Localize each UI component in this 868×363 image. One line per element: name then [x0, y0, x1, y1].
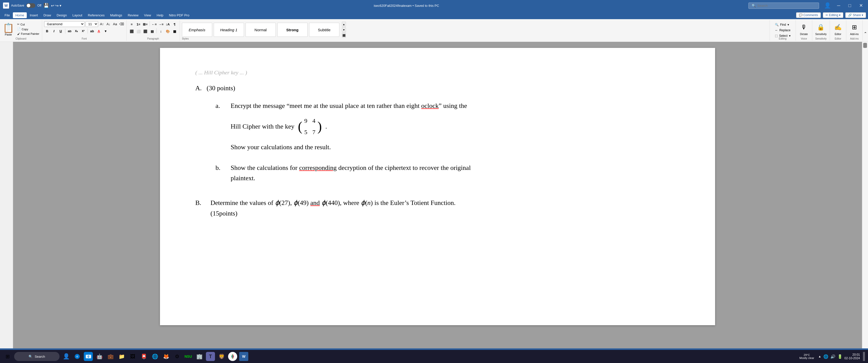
increase-indent-btn[interactable]: →≡ [158, 21, 164, 27]
italic-button[interactable]: I [51, 28, 57, 34]
sensitivity-button[interactable]: 🔒 [816, 22, 826, 32]
align-center-btn[interactable]: ⬜ [135, 28, 142, 34]
find-button[interactable]: 🔍 Find ▾ [773, 22, 793, 27]
format-painter-button[interactable]: 🖌 Format Painter [16, 32, 40, 36]
clear-format-btn[interactable]: ⌫ [119, 22, 124, 27]
comments-button[interactable]: 💬 Comments [796, 12, 821, 18]
style-subtitle[interactable]: Subtitle [309, 23, 339, 37]
start-button[interactable]: ⊞ [3, 352, 12, 361]
style-normal[interactable]: Normal [246, 23, 276, 37]
styles-scroll-down[interactable]: ▼ [342, 27, 346, 32]
styles-expand[interactable]: ⬛ [342, 33, 346, 38]
maximize-btn[interactable]: □ [846, 2, 853, 9]
align-right-btn[interactable]: ⬛ [142, 28, 148, 34]
taskbar-copilot-icon[interactable]: 🤖 [95, 352, 104, 361]
taskbar-person-icon[interactable]: 👤 [62, 352, 71, 361]
borders-btn[interactable]: ▦ [172, 28, 178, 34]
decrease-indent-btn[interactable]: ←≡ [151, 21, 157, 27]
menu-item-file[interactable]: File [2, 12, 12, 18]
menu-item-review[interactable]: Review [125, 12, 141, 18]
menu-item-view[interactable]: View [142, 12, 154, 18]
menu-item-references[interactable]: References [85, 12, 107, 18]
menu-item-insert[interactable]: Insert [27, 12, 41, 18]
show-desktop-btn[interactable] [863, 352, 865, 361]
taskbar-outlook-icon[interactable]: 📮 [139, 352, 148, 361]
user-avatar[interactable]: 👤 [824, 2, 831, 9]
taskbar-teams-icon[interactable]: 💼 [106, 352, 115, 361]
taskbar-office-icon[interactable]: 🏢 [195, 352, 204, 361]
menu-item-nitro[interactable]: Nitro PDF Pro [166, 12, 192, 18]
addins-button[interactable]: ⊞ [849, 22, 860, 32]
taskbar-photos-icon[interactable]: 🖼 [128, 352, 137, 361]
share-button[interactable]: 🔗 Share ▾ [845, 12, 866, 18]
editing-button[interactable]: ✏ Editing ▾ [823, 12, 843, 18]
increase-font-btn[interactable]: A↑ [99, 22, 105, 27]
undo-icon[interactable]: ↩ [51, 3, 54, 8]
tray-expand[interactable]: ▲ [818, 355, 821, 358]
quick-access-dropdown[interactable]: ▾ [60, 3, 61, 7]
taskbar-settings-icon[interactable]: ⚙ [173, 352, 182, 361]
taskbar-chrome-icon[interactable]: 🌐 [150, 352, 159, 361]
menu-item-layout[interactable]: Layout [70, 12, 85, 18]
style-strong[interactable]: Strong [277, 23, 308, 37]
shading-btn[interactable]: 🎨 [165, 28, 171, 34]
cut-button[interactable]: ✂ Cut [16, 22, 40, 27]
font-size-select[interactable]: 11 [86, 21, 98, 27]
line-spacing-btn[interactable]: ↕ [158, 28, 164, 34]
style-heading1[interactable]: Heading 1 [214, 23, 244, 37]
replace-button[interactable]: ↔ Replace [773, 28, 793, 33]
find-dropdown[interactable]: ▾ [787, 23, 789, 27]
menu-item-design[interactable]: Design [54, 12, 69, 18]
superscript-button[interactable]: X² [80, 28, 86, 34]
font-color-dropdown[interactable]: ▾ [103, 28, 109, 34]
taskbar-word-icon[interactable]: W [239, 352, 248, 361]
taskbar-mail-icon[interactable]: 📧 [84, 352, 93, 361]
styles-scroll-up[interactable]: ▲ [342, 22, 346, 27]
tray-network[interactable]: 🌐 [823, 354, 828, 359]
search-input[interactable] [757, 4, 813, 7]
text-highlight-btn[interactable]: ab [89, 28, 95, 34]
editor-button[interactable]: ✍ [833, 22, 843, 32]
menu-item-help[interactable]: Help [154, 12, 166, 18]
ribbon-collapse-btn[interactable]: ⌃ [863, 20, 868, 41]
dictate-button[interactable]: 🎙 [799, 22, 809, 32]
redo-icon[interactable]: ↪ [55, 3, 59, 8]
scrollbar-thumb[interactable] [863, 43, 867, 48]
select-dropdown[interactable]: ▾ [789, 34, 790, 38]
underline-button[interactable]: U [58, 28, 64, 34]
document-area[interactable]: ( ... Hill Cipher key ... ) A. (30 point… [13, 42, 862, 349]
justify-btn[interactable]: ▤ [149, 28, 155, 34]
subscript-button[interactable]: X₂ [73, 28, 80, 34]
tray-volume[interactable]: 🔊 [830, 354, 835, 359]
right-scroll-panel[interactable] [862, 42, 868, 349]
title-search-box[interactable]: 🔍 [748, 2, 819, 9]
multilevel-list-btn[interactable]: ⊞≡ [142, 21, 148, 27]
taskbar-brave-icon[interactable]: 🦁 [217, 352, 226, 361]
taskbar-teams2-icon[interactable]: T [206, 352, 215, 361]
autosave-toggle[interactable] [26, 3, 35, 8]
style-emphasis[interactable]: Emphasis [182, 23, 212, 37]
change-case-btn[interactable]: Aa [112, 22, 118, 27]
numbered-list-btn[interactable]: 1≡ [135, 21, 142, 27]
paste-button[interactable]: 📋 Paste [1, 21, 15, 38]
search-taskbar[interactable]: 🔍 Search [14, 352, 60, 361]
copy-button[interactable]: 📄 Copy [16, 27, 40, 31]
menu-item-home[interactable]: Home [13, 12, 27, 18]
taskbar-chrome2-icon[interactable] [228, 352, 237, 361]
menu-item-draw[interactable]: Draw [41, 12, 54, 18]
align-left-btn[interactable]: ⬛ [129, 28, 135, 34]
taskbar-explorer-icon[interactable]: 📁 [117, 352, 126, 361]
sort-btn[interactable]: ↕A [165, 21, 171, 27]
tray-battery[interactable]: 🔋 [837, 354, 842, 359]
close-btn[interactable]: ✕ [857, 2, 865, 9]
bold-button[interactable]: B [44, 28, 50, 34]
save-icon[interactable]: 💾 [43, 3, 49, 8]
decrease-font-btn[interactable]: A↓ [106, 22, 111, 27]
strikethrough-button[interactable]: ab [67, 28, 73, 34]
taskbar-nsu-icon[interactable]: NSU [184, 352, 193, 361]
font-name-select[interactable]: Garamond [44, 21, 85, 27]
font-color-btn[interactable]: A [96, 28, 102, 34]
taskbar-firefox-icon[interactable]: 🦊 [161, 352, 170, 361]
bullets-btn[interactable]: ≡ [129, 21, 135, 27]
taskbar-edge-icon[interactable]: e [73, 352, 82, 361]
